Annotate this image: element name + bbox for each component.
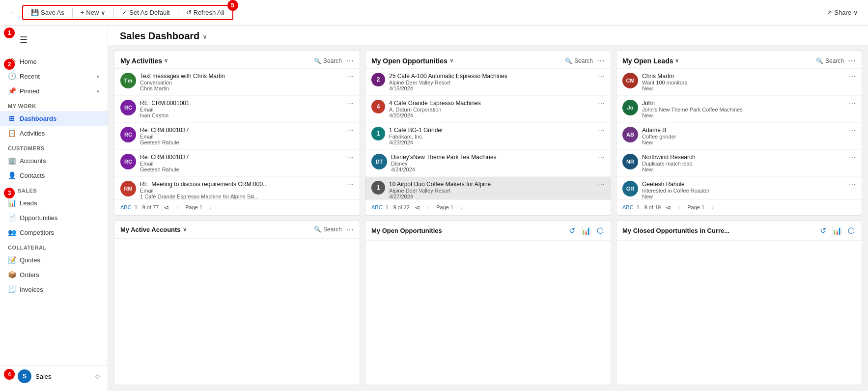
list-item[interactable]: 2 25 Café A-100 Automatic Espresso Machi…	[365, 69, 611, 96]
export-icon-btn[interactable]: 📊	[580, 225, 592, 236]
sidebar-bottom-chevron: ◇	[95, 373, 100, 380]
list-item[interactable]: Jo John John's New Theme Park Coffee Mac…	[616, 96, 862, 123]
abc-link[interactable]: ABC	[120, 204, 132, 210]
more-icon[interactable]: ⋯	[849, 100, 856, 108]
list-item[interactable]: RC Re: CRM:0001037 Email Geetesh Rahule …	[114, 150, 360, 177]
prev-page-btn[interactable]: ←	[424, 203, 434, 212]
sidebar-bottom-area[interactable]: S Sales ◇	[0, 365, 108, 387]
set-default-button[interactable]: ✓ Set As Default	[118, 7, 173, 18]
leads-chevron[interactable]: ∨	[675, 57, 679, 64]
num-badge: 2	[371, 73, 385, 86]
sidebar-item-invoices[interactable]: 🧾 Invoices	[0, 282, 108, 297]
more-icon[interactable]: ⋯	[598, 181, 605, 189]
refresh-button[interactable]: ↺ Refresh All	[182, 7, 228, 18]
more-icon[interactable]: ⋯	[347, 127, 354, 135]
next-page-btn[interactable]: →	[706, 203, 717, 212]
chevron-down-icon-share: ∨	[853, 9, 858, 16]
export-icon-btn2[interactable]: 📊	[831, 225, 843, 236]
dashboards-icon: ⊞	[8, 114, 16, 122]
refresh-icon-btn2[interactable]: ↺	[819, 225, 827, 236]
more-icon[interactable]: ⋯	[849, 73, 856, 81]
list-item-content: Chris Martin Want 100 monitors New	[642, 73, 845, 91]
opp-bottom-title: My Open Opportunities	[371, 227, 442, 234]
more-icon[interactable]: ⋯	[598, 100, 605, 108]
page-title-chevron[interactable]: ∨	[202, 32, 207, 40]
sidebar-item-leads[interactable]: 📊 Leads	[0, 196, 108, 210]
active-accounts-menu[interactable]: ⋯	[346, 225, 354, 234]
save-icon: 💾	[31, 9, 39, 16]
sales-section-header: Sales	[0, 183, 108, 196]
sidebar-item-accounts[interactable]: 🏢 Accounts	[0, 153, 108, 168]
prev-page-btn[interactable]: ←	[173, 203, 183, 212]
more-icon[interactable]: ⋯	[849, 181, 856, 189]
opportunities-icon: 📄	[8, 214, 16, 222]
share-button[interactable]: ↗ Share ∨	[823, 7, 862, 18]
save-as-button[interactable]: 💾 Save As	[27, 7, 68, 18]
more-icon[interactable]: ⋯	[598, 127, 605, 135]
opp-menu[interactable]: ⋯	[597, 56, 605, 65]
list-item[interactable]: RC RE: CRM:0001001 Email Ivan Cashin ⋯	[114, 96, 360, 123]
sidebar-item-opportunities[interactable]: 📄 Opportunities	[0, 210, 108, 225]
prev-page-btn[interactable]: ←	[675, 203, 685, 212]
more-icon[interactable]: ⋯	[347, 73, 354, 81]
avatar: Tm	[120, 73, 136, 88]
sidebar-item-quotes[interactable]: 📝 Quotes	[0, 252, 108, 267]
my-activities-menu[interactable]: ⋯	[346, 56, 354, 65]
more-icon[interactable]: ⋯	[347, 181, 354, 189]
search-icon: 🔍	[314, 57, 321, 64]
my-activities-chevron[interactable]: ∨	[164, 57, 168, 64]
list-item-selected[interactable]: 1 10 Airpot Duo Coffee Makers for Alpine…	[365, 177, 611, 199]
opp-search[interactable]: 🔍 Search	[565, 57, 593, 64]
first-page-btn[interactable]: ⊲	[413, 203, 422, 212]
closed-opp-header-right: ↺ 📊 ⬡	[819, 225, 856, 236]
sidebar-item-competitors[interactable]: 👥 Competitors	[0, 225, 108, 240]
expand-icon-btn2[interactable]: ⬡	[847, 225, 856, 236]
more-icon[interactable]: ⋯	[598, 154, 605, 162]
more-icon[interactable]: ⋯	[347, 154, 354, 162]
more-icon[interactable]: ⋯	[849, 154, 856, 162]
list-item[interactable]: AB Adame B Coffee grinder New ⋯	[616, 123, 862, 150]
pinned-chevron: ∨	[96, 88, 100, 94]
active-accounts-search[interactable]: 🔍 Search	[314, 226, 342, 233]
list-item[interactable]: CM Chris Martin Want 100 monitors New ⋯	[616, 69, 862, 96]
sidebar-item-home[interactable]: 🏠 Home	[0, 54, 108, 69]
list-item[interactable]: 1 1 Café BG-1 Grinder Fabrikam, Inc. 4/2…	[365, 123, 611, 150]
leads-search[interactable]: 🔍 Search	[816, 57, 844, 64]
my-activities-search[interactable]: 🔍 Search	[314, 57, 342, 64]
back-button[interactable]: ←	[6, 7, 20, 18]
list-item[interactable]: RM RE: Meeting to discuss requirements C…	[114, 177, 360, 199]
list-item-title: RE: Meeting to discuss requirements CRM:…	[140, 181, 343, 188]
list-item[interactable]: 4 4 Café Grande Espresso Machines A. Dat…	[365, 96, 611, 123]
list-item[interactable]: NR Northwind Research Duplicate match le…	[616, 150, 862, 177]
active-accounts-chevron[interactable]: ∨	[183, 226, 187, 233]
abc-link[interactable]: ABC	[371, 204, 383, 210]
expand-icon-btn[interactable]: ⬡	[596, 225, 605, 236]
toolbar: ← 💾 Save As + New ∨ ✓ Set As Default ↺ R…	[0, 0, 868, 26]
sidebar-item-pinned[interactable]: 📌 Pinned ∨	[0, 84, 108, 98]
opp-body: 2 25 Café A-100 Automatic Espresso Machi…	[365, 69, 611, 199]
leads-menu[interactable]: ⋯	[848, 56, 856, 65]
abc-link[interactable]: ABC	[622, 204, 634, 210]
list-item[interactable]: DT Disney'sNew Theme Park Tea Machines D…	[365, 150, 611, 177]
more-icon[interactable]: ⋯	[849, 127, 856, 135]
list-item-content: 4 Café Grande Espresso Machines A. Datum…	[389, 100, 594, 118]
sidebar-item-orders[interactable]: 📦 Orders	[0, 267, 108, 282]
first-page-btn[interactable]: ⊲	[162, 203, 171, 212]
new-button[interactable]: + New ∨	[77, 7, 110, 18]
active-accounts-header: My Active Accounts ∨ 🔍 Search ⋯	[114, 221, 360, 239]
more-icon[interactable]: ⋯	[598, 73, 605, 81]
first-page-btn[interactable]: ⊲	[664, 203, 673, 212]
sidebar-item-dashboards[interactable]: ⊞ Dashboards	[0, 111, 108, 126]
next-page-btn[interactable]: →	[455, 203, 466, 212]
opp-chevron[interactable]: ∨	[449, 57, 453, 64]
sidebar-item-contacts[interactable]: 👤 Contacts	[0, 168, 108, 183]
list-item[interactable]: RC Re: CRM:0001037 Email Geetesh Rahule …	[114, 123, 360, 150]
list-item[interactable]: GR Geetesh Rahule Interested in Coffee R…	[616, 177, 862, 199]
more-icon[interactable]: ⋯	[347, 100, 354, 108]
sidebar-item-activities[interactable]: 📋 Activities	[0, 126, 108, 140]
list-item[interactable]: Tm Text messages with Chris Martin Conve…	[114, 69, 360, 96]
refresh-icon-btn[interactable]: ↺	[568, 225, 576, 236]
sidebar-item-recent[interactable]: 🕐 Recent ∨	[0, 69, 108, 84]
list-item-title: RE: CRM:0001001	[140, 100, 343, 107]
next-page-btn[interactable]: →	[204, 203, 215, 212]
